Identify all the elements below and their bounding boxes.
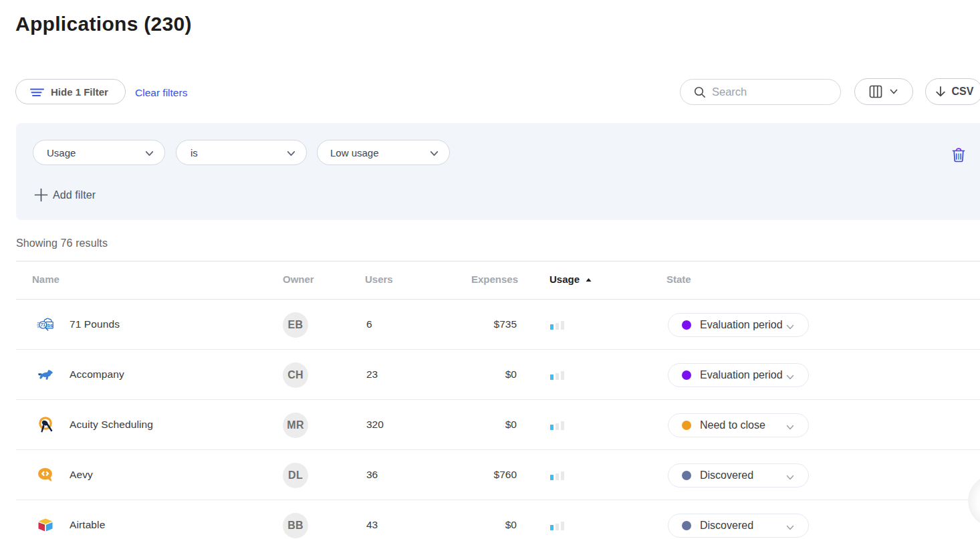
svg-text:71: 71 — [41, 322, 46, 327]
svg-text:lbs: lbs — [46, 323, 53, 328]
